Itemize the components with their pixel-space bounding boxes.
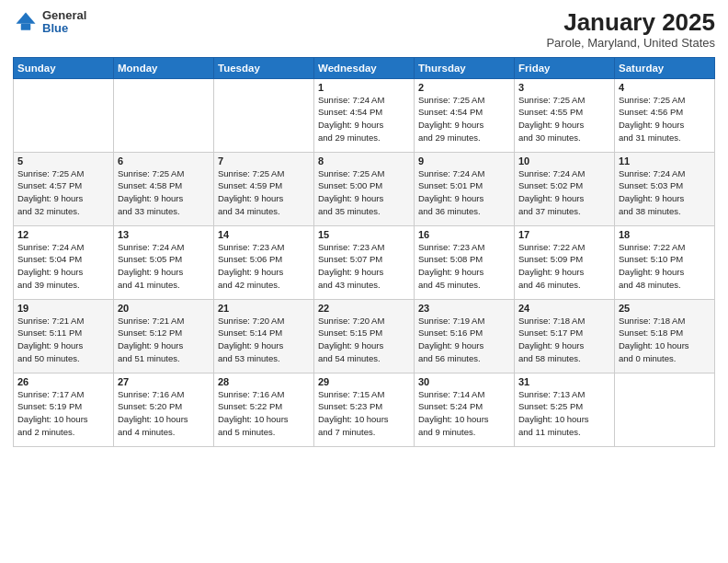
day-header: Monday: [114, 57, 214, 78]
day-info: Sunrise: 7:16 AM Sunset: 5:22 PM Dayligh…: [218, 388, 310, 439]
calendar-week-row: 1Sunrise: 7:24 AM Sunset: 4:54 PM Daylig…: [14, 78, 715, 152]
calendar-cell: 20Sunrise: 7:21 AM Sunset: 5:12 PM Dayli…: [114, 299, 214, 373]
day-number: 28: [218, 376, 310, 387]
calendar-cell: 12Sunrise: 7:24 AM Sunset: 5:04 PM Dayli…: [14, 225, 114, 299]
calendar-cell: 8Sunrise: 7:25 AM Sunset: 5:00 PM Daylig…: [314, 152, 415, 225]
calendar-cell: [114, 78, 214, 152]
day-number: 8: [318, 155, 410, 167]
calendar-cell: 27Sunrise: 7:16 AM Sunset: 5:20 PM Dayli…: [114, 373, 214, 446]
day-header: Tuesday: [214, 57, 314, 78]
day-info: Sunrise: 7:18 AM Sunset: 5:18 PM Dayligh…: [619, 315, 711, 365]
day-number: 26: [17, 376, 109, 387]
logo-text: General Blue: [42, 9, 86, 36]
day-number: 27: [118, 376, 210, 387]
day-number: 13: [118, 229, 210, 240]
day-number: 18: [619, 229, 711, 240]
calendar-week-row: 26Sunrise: 7:17 AM Sunset: 5:19 PM Dayli…: [14, 373, 715, 446]
day-info: Sunrise: 7:18 AM Sunset: 5:17 PM Dayligh…: [518, 315, 610, 365]
day-info: Sunrise: 7:24 AM Sunset: 4:54 PM Dayligh…: [318, 94, 410, 144]
calendar-cell: 2Sunrise: 7:25 AM Sunset: 4:54 PM Daylig…: [415, 78, 515, 152]
calendar-cell: 25Sunrise: 7:18 AM Sunset: 5:18 PM Dayli…: [615, 299, 715, 373]
calendar-cell: 19Sunrise: 7:21 AM Sunset: 5:11 PM Dayli…: [14, 299, 114, 373]
logo-blue: Blue: [42, 22, 86, 35]
calendar-cell: 6Sunrise: 7:25 AM Sunset: 4:58 PM Daylig…: [114, 152, 214, 225]
day-info: Sunrise: 7:20 AM Sunset: 5:14 PM Dayligh…: [218, 315, 310, 365]
calendar-cell: 31Sunrise: 7:13 AM Sunset: 5:25 PM Dayli…: [515, 373, 615, 446]
day-header: Saturday: [615, 57, 715, 78]
day-info: Sunrise: 7:25 AM Sunset: 5:00 PM Dayligh…: [318, 167, 410, 218]
calendar-cell: 17Sunrise: 7:22 AM Sunset: 5:09 PM Dayli…: [515, 225, 615, 299]
day-info: Sunrise: 7:24 AM Sunset: 5:03 PM Dayligh…: [619, 167, 711, 218]
calendar-cell: 28Sunrise: 7:16 AM Sunset: 5:22 PM Dayli…: [214, 373, 314, 446]
logo-icon: [13, 9, 39, 35]
day-header: Wednesday: [314, 57, 415, 78]
calendar-cell: 18Sunrise: 7:22 AM Sunset: 5:10 PM Dayli…: [615, 225, 715, 299]
day-info: Sunrise: 7:24 AM Sunset: 5:02 PM Dayligh…: [518, 167, 610, 218]
calendar-cell: 4Sunrise: 7:25 AM Sunset: 4:56 PM Daylig…: [615, 78, 715, 152]
day-info: Sunrise: 7:19 AM Sunset: 5:16 PM Dayligh…: [418, 315, 510, 365]
day-info: Sunrise: 7:16 AM Sunset: 5:20 PM Dayligh…: [118, 388, 210, 439]
calendar-subtitle: Parole, Maryland, United States: [546, 36, 715, 50]
calendar-table: SundayMondayTuesdayWednesdayThursdayFrid…: [13, 57, 715, 447]
logo: General Blue: [13, 9, 86, 36]
day-info: Sunrise: 7:25 AM Sunset: 4:56 PM Dayligh…: [619, 94, 711, 144]
day-number: 12: [17, 229, 109, 240]
day-number: 7: [218, 155, 310, 167]
day-info: Sunrise: 7:24 AM Sunset: 5:01 PM Dayligh…: [418, 167, 510, 218]
page-header: General Blue January 2025 Parole, Maryla…: [13, 9, 715, 50]
calendar-cell: 30Sunrise: 7:14 AM Sunset: 5:24 PM Dayli…: [415, 373, 515, 446]
day-info: Sunrise: 7:23 AM Sunset: 5:08 PM Dayligh…: [418, 241, 510, 292]
title-block: January 2025 Parole, Maryland, United St…: [546, 9, 715, 50]
calendar-cell: 16Sunrise: 7:23 AM Sunset: 5:08 PM Dayli…: [415, 225, 515, 299]
calendar-cell: 22Sunrise: 7:20 AM Sunset: 5:15 PM Dayli…: [314, 299, 415, 373]
day-number: 22: [318, 303, 410, 314]
calendar-cell: 24Sunrise: 7:18 AM Sunset: 5:17 PM Dayli…: [515, 299, 615, 373]
day-number: 16: [418, 229, 510, 240]
day-info: Sunrise: 7:23 AM Sunset: 5:07 PM Dayligh…: [318, 241, 410, 292]
day-header: Friday: [515, 57, 615, 78]
day-number: 4: [619, 82, 711, 93]
calendar-cell: 3Sunrise: 7:25 AM Sunset: 4:55 PM Daylig…: [515, 78, 615, 152]
day-number: 14: [218, 229, 310, 240]
calendar-week-row: 19Sunrise: 7:21 AM Sunset: 5:11 PM Dayli…: [14, 299, 715, 373]
calendar-cell: 14Sunrise: 7:23 AM Sunset: 5:06 PM Dayli…: [214, 225, 314, 299]
day-info: Sunrise: 7:25 AM Sunset: 4:57 PM Dayligh…: [17, 167, 109, 218]
day-number: 3: [518, 82, 610, 93]
calendar-cell: 23Sunrise: 7:19 AM Sunset: 5:16 PM Dayli…: [415, 299, 515, 373]
day-info: Sunrise: 7:25 AM Sunset: 4:58 PM Dayligh…: [118, 167, 210, 218]
day-info: Sunrise: 7:17 AM Sunset: 5:19 PM Dayligh…: [17, 388, 109, 439]
day-number: 11: [619, 155, 711, 167]
day-info: Sunrise: 7:21 AM Sunset: 5:12 PM Dayligh…: [118, 315, 210, 365]
logo-general: General: [42, 9, 86, 22]
calendar-cell: 9Sunrise: 7:24 AM Sunset: 5:01 PM Daylig…: [415, 152, 515, 225]
calendar-week-row: 12Sunrise: 7:24 AM Sunset: 5:04 PM Dayli…: [14, 225, 715, 299]
calendar-cell: 21Sunrise: 7:20 AM Sunset: 5:14 PM Dayli…: [214, 299, 314, 373]
day-info: Sunrise: 7:25 AM Sunset: 4:54 PM Dayligh…: [418, 94, 510, 144]
calendar-cell: 11Sunrise: 7:24 AM Sunset: 5:03 PM Dayli…: [615, 152, 715, 225]
day-header: Sunday: [14, 57, 114, 78]
day-number: 2: [418, 82, 510, 93]
calendar-cell: 13Sunrise: 7:24 AM Sunset: 5:05 PM Dayli…: [114, 225, 214, 299]
calendar-cell: 29Sunrise: 7:15 AM Sunset: 5:23 PM Dayli…: [314, 373, 415, 446]
day-info: Sunrise: 7:13 AM Sunset: 5:25 PM Dayligh…: [518, 388, 610, 439]
calendar-week-row: 5Sunrise: 7:25 AM Sunset: 4:57 PM Daylig…: [14, 152, 715, 225]
day-number: 25: [619, 303, 711, 314]
calendar-cell: 26Sunrise: 7:17 AM Sunset: 5:19 PM Dayli…: [14, 373, 114, 446]
calendar-cell: [214, 78, 314, 152]
day-number: 24: [518, 303, 610, 314]
day-number: 9: [418, 155, 510, 167]
day-number: 29: [318, 376, 410, 387]
calendar-cell: 5Sunrise: 7:25 AM Sunset: 4:57 PM Daylig…: [14, 152, 114, 225]
day-info: Sunrise: 7:24 AM Sunset: 5:05 PM Dayligh…: [118, 241, 210, 292]
day-number: 6: [118, 155, 210, 167]
day-number: 20: [118, 303, 210, 314]
day-info: Sunrise: 7:22 AM Sunset: 5:10 PM Dayligh…: [619, 241, 711, 292]
calendar-cell: 15Sunrise: 7:23 AM Sunset: 5:07 PM Dayli…: [314, 225, 415, 299]
day-number: 21: [218, 303, 310, 314]
day-info: Sunrise: 7:22 AM Sunset: 5:09 PM Dayligh…: [518, 241, 610, 292]
day-number: 23: [418, 303, 510, 314]
day-number: 19: [17, 303, 109, 314]
calendar-cell: 10Sunrise: 7:24 AM Sunset: 5:02 PM Dayli…: [515, 152, 615, 225]
day-number: 31: [518, 376, 610, 387]
day-info: Sunrise: 7:23 AM Sunset: 5:06 PM Dayligh…: [218, 241, 310, 292]
